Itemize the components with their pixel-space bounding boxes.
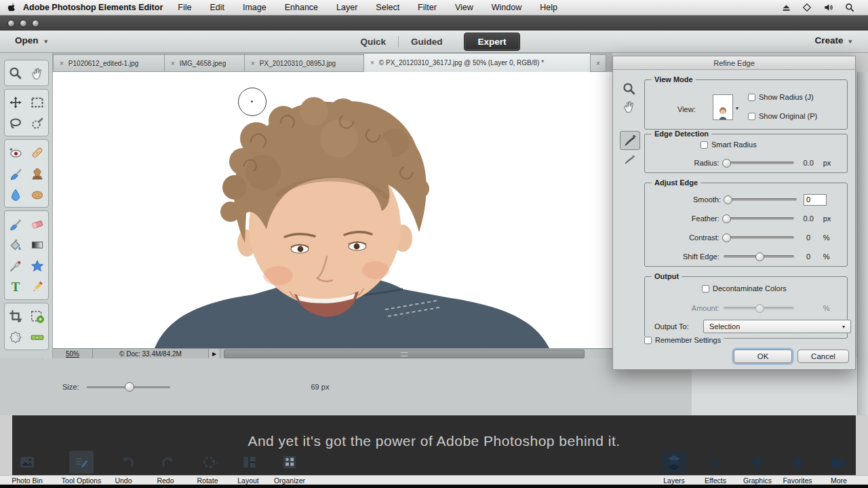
custom-shape-tool-icon[interactable] — [26, 255, 47, 276]
refine-radius-tool-selected[interactable] — [620, 131, 640, 150]
brush-size-slider[interactable] — [87, 386, 170, 388]
taskbar-label-more[interactable]: More — [831, 476, 847, 485]
slider-thumb[interactable] — [755, 252, 764, 261]
window-zoom-button[interactable] — [32, 20, 39, 27]
contrast-slider[interactable] — [724, 236, 794, 239]
smart-brush-tool-icon[interactable] — [5, 163, 26, 184]
slider-thumb[interactable] — [125, 382, 134, 392]
type-tool-icon[interactable]: T — [5, 276, 26, 297]
rotate-icon[interactable] — [198, 451, 222, 474]
lasso-tool-icon[interactable] — [5, 113, 26, 134]
slider-thumb[interactable] — [724, 195, 732, 204]
zoom-tool-icon[interactable] — [5, 62, 26, 83]
horizontal-scrollbar-thumb[interactable] — [224, 350, 585, 358]
sponge-tool-icon[interactable] — [26, 184, 47, 205]
zoom-tool-icon[interactable] — [621, 81, 637, 97]
document-tab[interactable]: × P1020612_edited-1.jpg — [53, 54, 165, 72]
taskbar-label-layers[interactable]: Layers — [663, 476, 685, 485]
ok-button[interactable]: OK — [734, 350, 792, 363]
taskbar-label-undo[interactable]: Undo — [115, 476, 132, 485]
slider-thumb[interactable] — [722, 159, 731, 168]
clone-stamp-tool-icon[interactable] — [26, 163, 47, 184]
close-icon[interactable]: × — [596, 60, 600, 67]
close-icon[interactable]: × — [60, 60, 64, 67]
vertical-scrollbar[interactable] — [857, 72, 868, 415]
menu-edit[interactable]: Edit — [210, 3, 224, 12]
paint-bucket-tool-icon[interactable] — [5, 234, 26, 255]
menu-enhance[interactable]: Enhance — [285, 3, 318, 12]
tab-quick[interactable]: Quick — [348, 33, 398, 50]
layers-icon[interactable] — [662, 451, 686, 474]
eject-icon[interactable] — [782, 3, 791, 12]
brush-tool-icon[interactable] — [5, 213, 26, 234]
more-icon[interactable] — [827, 451, 851, 474]
output-to-select[interactable]: Selection ▾ — [703, 320, 851, 333]
crop-tool-icon[interactable] — [5, 305, 26, 326]
straighten-tool-icon[interactable] — [26, 326, 47, 348]
radius-slider[interactable] — [724, 162, 794, 164]
taskbar-label-photo-bin[interactable]: Photo Bin — [12, 476, 43, 485]
close-icon[interactable]: × — [171, 60, 175, 67]
hand-tool-icon[interactable] — [26, 62, 47, 83]
eyedropper-tool-icon[interactable] — [5, 255, 26, 276]
cancel-button[interactable]: Cancel — [797, 350, 849, 363]
slider-thumb[interactable] — [722, 214, 731, 223]
feather-slider[interactable] — [724, 217, 794, 220]
search-icon[interactable] — [845, 3, 854, 12]
hand-tool-icon[interactable] — [621, 98, 637, 115]
gradient-tool-icon[interactable] — [26, 234, 47, 255]
taskbar-label-effects[interactable]: Effects — [705, 476, 726, 485]
quick-selection-tool-icon[interactable] — [26, 113, 47, 134]
show-radius-checkbox[interactable]: Show Radius (J) — [748, 93, 814, 101]
apple-menu-icon[interactable] — [7, 2, 16, 13]
layout-icon[interactable] — [237, 451, 262, 474]
red-eye-removal-tool-icon[interactable] — [5, 142, 26, 163]
cookie-cutter-tool-icon[interactable] — [5, 326, 26, 348]
smooth-slider[interactable] — [725, 198, 797, 201]
remember-settings-checkbox[interactable]: Remember Settings — [642, 336, 724, 344]
smart-radius-checkbox[interactable]: Smart Radius — [701, 140, 757, 149]
rectangular-marquee-tool-icon[interactable] — [26, 92, 47, 113]
menu-layer[interactable]: Layer — [336, 3, 357, 12]
tool-options-icon[interactable] — [69, 451, 94, 474]
smooth-value-input[interactable] — [804, 194, 827, 206]
move-tool-icon[interactable] — [5, 92, 26, 113]
close-icon[interactable]: × — [370, 59, 374, 67]
chevron-down-icon[interactable]: ▾ — [736, 105, 738, 111]
show-original-checkbox[interactable]: Show Original (P) — [748, 112, 817, 120]
erase-refinements-tool-icon[interactable] — [622, 151, 638, 168]
menu-help[interactable]: Help — [540, 3, 557, 12]
eraser-tool-icon[interactable] — [26, 213, 47, 234]
undo-icon[interactable] — [115, 451, 140, 474]
view-mode-thumbnail[interactable] — [713, 94, 733, 120]
shift-edge-slider[interactable] — [724, 255, 794, 258]
taskbar-label-rotate[interactable]: Rotate — [197, 476, 218, 485]
taskbar-label-tool-options[interactable]: Tool Options — [62, 476, 101, 485]
document-tab[interactable]: × PX_20120310_0895J.jpg — [245, 54, 364, 72]
status-menu-arrow[interactable]: ▶ — [208, 349, 220, 359]
document-tab[interactable]: × IMG_4658.jpeg — [165, 54, 245, 72]
taskbar-label-graphics[interactable]: Graphics — [743, 476, 772, 485]
menu-file[interactable]: File — [178, 3, 191, 12]
slider-thumb[interactable] — [722, 233, 731, 242]
effects-icon[interactable]: fx — [703, 451, 728, 474]
redo-icon[interactable] — [156, 451, 180, 474]
window-close-button[interactable] — [7, 20, 15, 27]
recompose-tool-icon[interactable] — [26, 305, 47, 326]
document-tab-partial[interactable]: × — [591, 54, 606, 72]
graphics-icon[interactable] — [745, 451, 770, 474]
horizontal-scrollbar-track[interactable] — [585, 350, 612, 358]
close-icon[interactable]: × — [251, 60, 255, 67]
decontaminate-colors-checkbox[interactable]: Decontaminate Colors — [702, 284, 787, 293]
pencil-tool-icon[interactable] — [26, 276, 47, 297]
menu-window[interactable]: Window — [492, 3, 521, 12]
spot-healing-brush-tool-icon[interactable] — [26, 142, 47, 163]
menu-filter[interactable]: Filter — [418, 3, 437, 12]
menu-view[interactable]: View — [455, 3, 473, 12]
menu-select[interactable]: Select — [376, 3, 399, 12]
create-button[interactable]: Create▾ — [814, 35, 852, 45]
organizer-icon[interactable] — [277, 451, 302, 474]
tab-guided[interactable]: Guided — [399, 33, 455, 50]
volume-icon[interactable] — [823, 3, 833, 12]
favorites-icon[interactable] — [785, 451, 810, 474]
